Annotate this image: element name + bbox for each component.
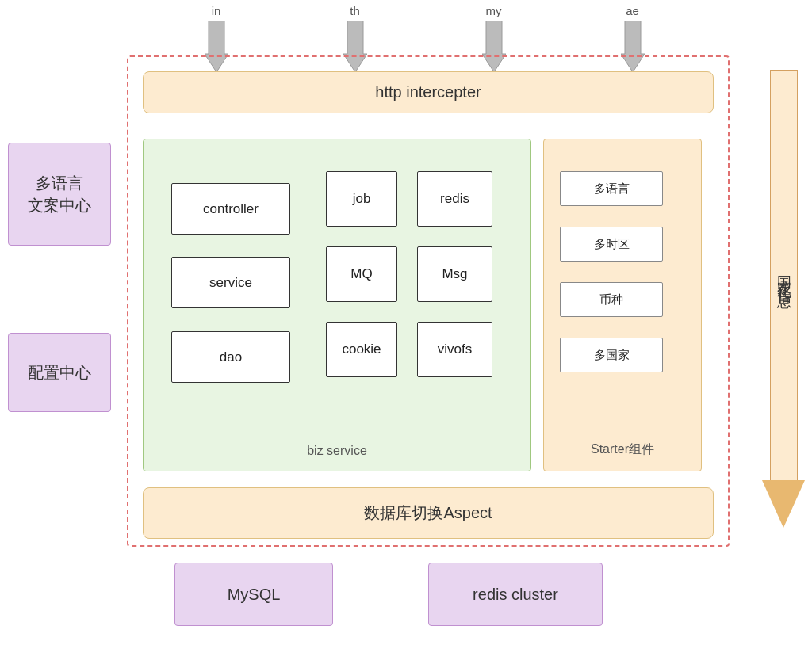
national-info-arrowhead	[762, 480, 805, 528]
job-box: job	[326, 171, 397, 227]
national-info-label: 国家化信息	[762, 70, 806, 482]
config-center-label: 配置中心	[28, 362, 91, 384]
db-aspect-box: 数据库切换Aspect	[143, 487, 714, 539]
multilang-center-line1: 多语言	[28, 172, 91, 194]
starter-timezone-label: 多时区	[594, 237, 630, 252]
starter-item-currency: 币种	[560, 282, 663, 317]
biz-service-label: biz service	[144, 444, 530, 458]
multilang-center-line2: 文案中心	[28, 194, 91, 216]
starter-label: Starter组件	[544, 441, 701, 458]
http-intercepter-box: http intercepter	[143, 71, 714, 113]
msg-label: Msg	[442, 266, 467, 282]
vivofs-box: vivofs	[417, 322, 492, 377]
service-label: service	[209, 275, 252, 291]
controller-label: controller	[203, 201, 259, 217]
redis-cluster-label: redis cluster	[473, 586, 558, 604]
starter-multilang-label: 多语言	[594, 181, 630, 197]
biz-service-box: controller service dao job MQ cookie red…	[143, 139, 531, 471]
mysql-box: MySQL	[174, 563, 333, 626]
starter-item-multicountry: 多国家	[560, 338, 663, 372]
cookie-label: cookie	[342, 342, 381, 357]
mysql-label: MySQL	[228, 586, 281, 604]
national-info-arrow: 国家化信息	[762, 70, 806, 529]
dao-label: dao	[220, 349, 242, 365]
arrow-in-label: in	[212, 4, 221, 17]
arrow-my-label: my	[486, 4, 502, 17]
cookie-box: cookie	[326, 322, 397, 377]
starter-item-multilang: 多语言	[560, 171, 663, 206]
service-box: service	[171, 257, 290, 308]
db-aspect-label: 数据库切换Aspect	[364, 504, 492, 521]
msg-box: Msg	[417, 246, 492, 302]
config-center-box: 配置中心	[8, 333, 111, 412]
arrow-th-label: th	[350, 4, 360, 17]
http-intercepter-label: http intercepter	[375, 83, 481, 101]
starter-multicountry-label: 多国家	[594, 348, 630, 363]
dao-box: dao	[171, 331, 290, 383]
mq-box: MQ	[326, 246, 397, 302]
redis-cluster-box: redis cluster	[428, 563, 603, 626]
controller-box: controller	[171, 183, 290, 235]
redis-box: redis	[417, 171, 492, 227]
starter-item-timezone: 多时区	[560, 227, 663, 262]
redis-label: redis	[440, 191, 469, 207]
starter-currency-label: 币种	[599, 292, 623, 307]
vivofs-label: vivofs	[438, 342, 472, 357]
diagram-container: in th my ae http intercepter	[0, 0, 812, 649]
job-label: job	[353, 191, 371, 207]
mq-label: MQ	[350, 266, 372, 282]
multilang-center-box: 多语言 文案中心	[8, 143, 111, 246]
starter-box: 多语言 多时区 币种 多国家 Starter组件	[543, 139, 702, 471]
arrow-ae-label: ae	[626, 4, 639, 17]
